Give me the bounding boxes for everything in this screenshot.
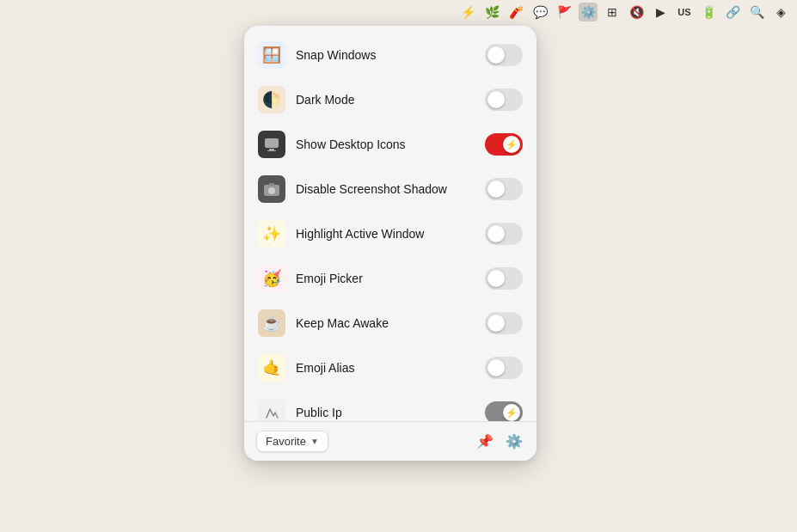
highlight-active-window-icon: ✨ <box>258 220 285 248</box>
grid-icon[interactable]: ⊞ <box>603 3 622 21</box>
mute-icon[interactable]: 🔇 <box>627 3 646 21</box>
pin-icon[interactable]: 📌 <box>475 431 495 452</box>
dark-mode-row[interactable]: 🌓 Dark Mode <box>244 77 536 122</box>
keep-mac-awake-toggle[interactable] <box>485 312 523 334</box>
link-icon[interactable]: 🔗 <box>723 3 742 21</box>
emoji-alias-toggle[interactable] <box>485 357 523 379</box>
emoji-picker-icon: 🥳 <box>258 265 285 292</box>
emoji-alias-label: Emoji Alias <box>296 361 475 375</box>
chat-icon[interactable]: 💬 <box>530 3 549 21</box>
disable-screenshot-shadow-icon <box>258 175 285 203</box>
snap-windows-toggle[interactable] <box>485 44 523 66</box>
keep-mac-awake-knob <box>487 315 505 332</box>
keep-mac-awake-label: Keep Mac Awake <box>296 316 475 330</box>
bolt-icon[interactable]: ⚡ <box>458 3 477 21</box>
show-desktop-icons-label: Show Desktop Icons <box>296 138 475 151</box>
svg-rect-1 <box>269 149 274 150</box>
pop-icon[interactable]: 🧨 <box>506 3 525 21</box>
settings-gear-icon[interactable]: ⚙️ <box>504 431 524 452</box>
play-icon[interactable]: ▶ <box>651 3 670 21</box>
show-desktop-icons-knob: ⚡ <box>503 136 520 153</box>
snap-windows-label: Snap Windows <box>296 48 475 62</box>
disable-screenshot-shadow-knob <box>487 180 505 198</box>
public-ip-icon <box>258 399 285 421</box>
app-icon[interactable]: ⚙️ <box>579 3 598 21</box>
disable-screenshot-shadow-label: Disable Screenshot Shadow <box>296 182 475 196</box>
dark-mode-toggle[interactable] <box>485 89 523 111</box>
menubar: ⚡ 🌿 🧨 💬 🚩 ⚙️ ⊞ 🔇 ▶ US 🔋 🔗 🔍 ◈ <box>451 0 797 24</box>
flag-icon[interactable]: 🚩 <box>555 3 573 21</box>
lightning-icon: ⚡ <box>506 139 518 150</box>
snap-windows-icon: 🪟 <box>258 41 285 69</box>
show-desktop-icons-row[interactable]: Show Desktop Icons ⚡ <box>244 122 536 167</box>
emoji-picker-knob <box>487 270 505 287</box>
dark-mode-icon: 🌓 <box>258 86 285 113</box>
highlight-active-window-knob <box>487 225 505 242</box>
us-icon[interactable]: US <box>675 3 694 21</box>
emoji-alias-knob <box>487 359 505 376</box>
snap-windows-knob <box>487 46 505 64</box>
emoji-alias-icon: 🤙 <box>258 354 285 382</box>
svg-rect-0 <box>265 138 279 148</box>
public-ip-lightning-icon: ⚡ <box>506 407 518 419</box>
show-desktop-icons-icon <box>258 131 285 158</box>
show-desktop-icons-toggle[interactable]: ⚡ <box>485 133 523 156</box>
search-icon[interactable]: 🔍 <box>747 3 766 21</box>
favorite-label: Favorite <box>266 435 306 448</box>
public-ip-row[interactable]: Public Ip ⚡ <box>244 390 536 421</box>
public-ip-knob: ⚡ <box>503 404 520 421</box>
svg-point-4 <box>268 187 275 194</box>
settings-panel: 🪟 Snap Windows 🌓 Dark Mode Show <box>244 26 536 461</box>
favorite-button[interactable]: Favorite ▼ <box>256 431 328 452</box>
svg-rect-2 <box>267 150 276 151</box>
panel-footer: Favorite ▼ 📌 ⚙️ <box>244 421 536 461</box>
emoji-picker-toggle[interactable] <box>485 267 523 290</box>
misc-icon[interactable]: ◈ <box>771 3 790 21</box>
emoji-picker-row[interactable]: 🥳 Emoji Picker <box>244 256 536 301</box>
public-ip-label: Public Ip <box>296 406 475 419</box>
disable-screenshot-shadow-row[interactable]: Disable Screenshot Shadow <box>244 167 536 211</box>
highlight-active-window-row[interactable]: ✨ Highlight Active Window <box>244 211 536 256</box>
footer-actions: 📌 ⚙️ <box>475 431 524 452</box>
battery-icon[interactable]: 🔋 <box>699 3 718 21</box>
keep-mac-awake-row[interactable]: ☕ Keep Mac Awake <box>244 301 536 345</box>
emoji-alias-row[interactable]: 🤙 Emoji Alias <box>244 345 536 390</box>
settings-list: 🪟 Snap Windows 🌓 Dark Mode Show <box>244 26 536 421</box>
leaf-icon[interactable]: 🌿 <box>482 3 501 21</box>
keep-mac-awake-icon: ☕ <box>258 309 285 337</box>
emoji-picker-label: Emoji Picker <box>296 272 475 285</box>
dark-mode-label: Dark Mode <box>296 93 475 107</box>
public-ip-toggle[interactable]: ⚡ <box>485 401 523 421</box>
highlight-active-window-toggle[interactable] <box>485 223 523 245</box>
svg-rect-5 <box>269 183 274 186</box>
chevron-down-icon: ▼ <box>310 437 319 446</box>
snap-windows-row[interactable]: 🪟 Snap Windows <box>244 33 536 77</box>
highlight-active-window-label: Highlight Active Window <box>296 227 475 241</box>
dark-mode-knob <box>487 91 505 108</box>
disable-screenshot-shadow-toggle[interactable] <box>485 178 523 200</box>
